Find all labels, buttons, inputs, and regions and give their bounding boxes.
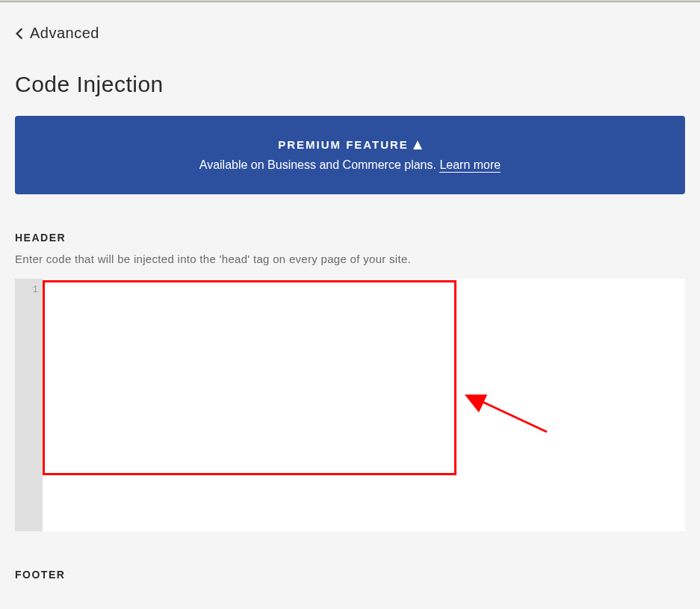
svg-marker-0 xyxy=(413,140,422,149)
header-section-label: HEADER xyxy=(15,232,685,244)
premium-subtitle: Available on Business and Commerce plans… xyxy=(30,158,670,172)
premium-title: PREMIUM FEATURE xyxy=(278,138,422,151)
arrow-up-icon xyxy=(413,140,422,149)
footer-section-label: FOOTER xyxy=(15,569,685,581)
editor-gutter: 1 xyxy=(15,279,43,531)
page-title: Code Injection xyxy=(15,72,685,97)
breadcrumb-back[interactable]: Advanced xyxy=(15,25,99,42)
content-area: Advanced Code Injection PREMIUM FEATURE … xyxy=(0,2,700,581)
editor-textarea[interactable] xyxy=(43,279,685,531)
breadcrumb-label: Advanced xyxy=(30,25,99,42)
chevron-left-icon xyxy=(15,27,24,40)
learn-more-link[interactable]: Learn more xyxy=(439,158,501,173)
line-number: 1 xyxy=(15,285,38,295)
footer-section: FOOTER xyxy=(15,569,685,581)
header-code-editor[interactable]: 1 xyxy=(15,279,685,531)
premium-title-text: PREMIUM FEATURE xyxy=(278,138,409,151)
premium-subtitle-text: Available on Business and Commerce plans… xyxy=(199,158,440,171)
header-section-description: Enter code that will be injected into th… xyxy=(15,253,685,265)
premium-banner: PREMIUM FEATURE Available on Business an… xyxy=(15,116,685,194)
header-section: HEADER Enter code that will be injected … xyxy=(15,232,685,531)
